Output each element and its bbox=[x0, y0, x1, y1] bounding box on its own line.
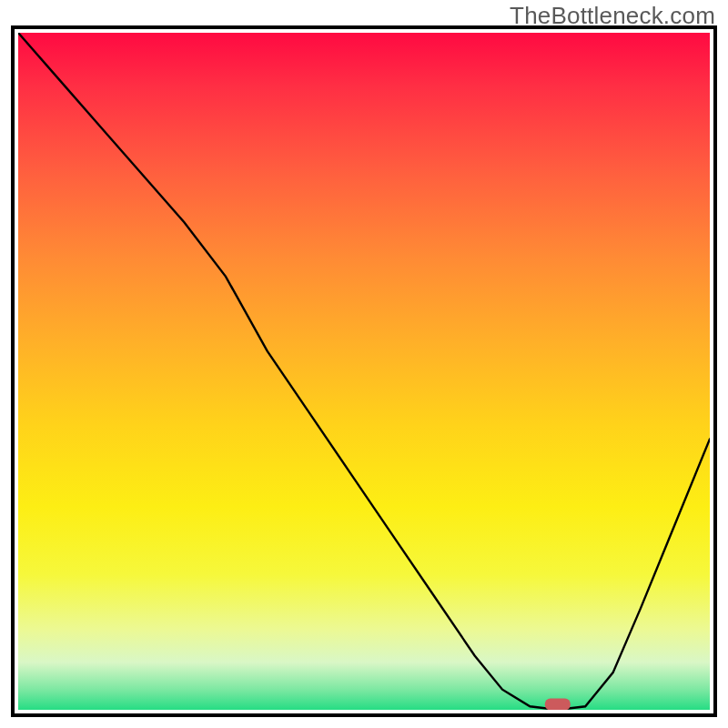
plot-area bbox=[18, 33, 710, 710]
optimal-marker bbox=[545, 699, 571, 711]
plot-frame bbox=[11, 25, 717, 717]
curve-svg bbox=[18, 33, 710, 710]
bottleneck-curve bbox=[18, 33, 710, 710]
chart-stage: TheBottleneck.com bbox=[0, 0, 728, 728]
